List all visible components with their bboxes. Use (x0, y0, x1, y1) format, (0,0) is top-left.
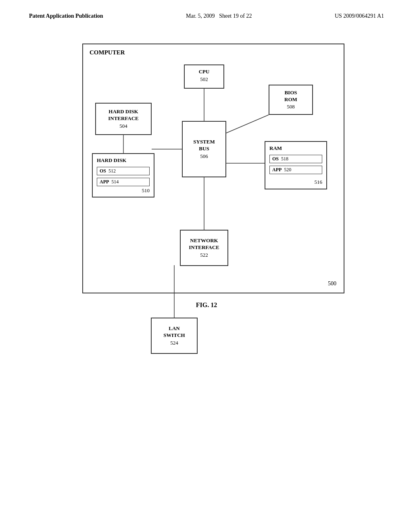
page-header: Patent Application Publication Mar. 5, 2… (0, 0, 413, 19)
ram-number: 516 (315, 179, 323, 185)
system-bus-box: SYSTEM BUS 506 (182, 121, 226, 177)
cpu-label: CPU (199, 69, 210, 75)
lan-switch-label: LAN SWITCH (163, 325, 185, 339)
figure-label: FIG. 12 (0, 301, 413, 309)
network-interface-box: NETWORK INTERFACE 522 (180, 230, 228, 266)
ram-os-number: 518 (281, 156, 288, 162)
ram-box: RAM OS 518 APP 520 516 (265, 141, 327, 189)
hard-disk-os-box: OS 512 (97, 167, 150, 175)
hard-disk-box: HARD DISK OS 512 APP 514 510 (92, 153, 154, 197)
hard-disk-app-label: APP (100, 179, 109, 185)
publication-label: Patent Application Publication (29, 13, 103, 19)
date-label: Mar. 5, 2009 Sheet 19 of 22 (186, 13, 252, 19)
cpu-box: CPU 502 (184, 64, 224, 89)
hard-disk-app-number: 514 (111, 179, 119, 185)
patent-number: US 2009/0064291 A1 (335, 13, 384, 19)
svg-line-3 (226, 115, 269, 133)
system-bus-number: 506 (200, 153, 208, 160)
hard-disk-interface-number: 504 (119, 123, 127, 129)
bios-rom-box: BIOS ROM 508 (269, 85, 313, 115)
hard-disk-interface-label: HARD DISK INTERFACE (108, 108, 139, 122)
computer-label: COMPUTER (90, 49, 125, 56)
computer-box: COMPUTER 500 CPU 502 SYSTEM BUS 506 BIOS… (82, 44, 344, 293)
ram-os-label: OS (272, 156, 279, 162)
lan-switch-box: LAN SWITCH 524 (151, 318, 198, 354)
system-bus-label: SYSTEM BUS (193, 139, 215, 152)
hard-disk-interface-box: HARD DISK INTERFACE 504 (95, 103, 152, 135)
hard-disk-number: 510 (142, 187, 150, 194)
lan-switch-number: 524 (170, 340, 178, 346)
cpu-number: 502 (188, 76, 220, 83)
network-interface-number: 522 (200, 252, 208, 258)
ram-os-box: OS 518 (269, 155, 322, 163)
ram-app-number: 520 (284, 167, 291, 173)
ram-app-label: APP (272, 167, 282, 173)
network-interface-label: NETWORK INTERFACE (189, 237, 219, 251)
hard-disk-app-box: APP 514 (97, 178, 150, 186)
bios-rom-label: BIOS ROM (284, 89, 297, 103)
hard-disk-label: HARD DISK (97, 157, 150, 164)
ram-app-box: APP 520 (269, 166, 322, 174)
diagram-area: COMPUTER 500 CPU 502 SYSTEM BUS 506 BIOS… (53, 44, 360, 293)
ram-label: RAM (269, 145, 322, 152)
bios-rom-number: 508 (287, 104, 295, 110)
hard-disk-os-label: OS (100, 168, 106, 174)
hard-disk-os-number: 512 (108, 168, 116, 174)
computer-number: 500 (328, 281, 336, 287)
